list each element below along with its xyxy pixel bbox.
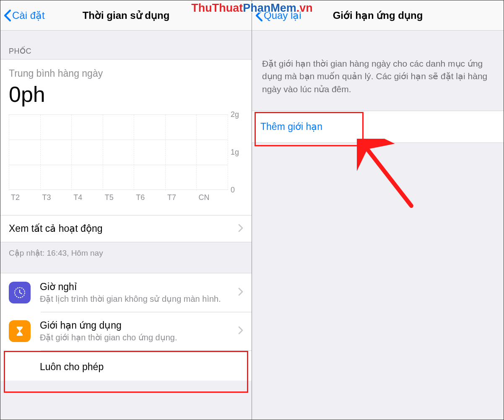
back-button[interactable]: Quay lại (255, 9, 301, 22)
chart-day-column: T5 (103, 115, 134, 190)
chart-day-label: T5 (105, 193, 114, 202)
view-all-activity-label: Xem tất cả hoạt động (9, 223, 238, 234)
chart-day-column: T2 (9, 115, 40, 190)
back-button[interactable]: Cài đặt (4, 9, 45, 22)
chart-y-tick: 0 (231, 186, 235, 194)
updated-label: Cập nhật: 16:43, Hôm nay (0, 242, 252, 264)
view-all-activity-row[interactable]: Xem tất cả hoạt động (0, 215, 252, 242)
chart-day-column: CN (196, 115, 228, 190)
chevron-right-icon (238, 326, 243, 336)
chart-day-column: T4 (71, 115, 103, 190)
svg-line-1 (367, 149, 411, 206)
section-header: PHỐC (0, 31, 252, 59)
chart-day-label: T3 (42, 193, 51, 202)
chevron-left-icon (255, 9, 263, 22)
chevron-right-icon (238, 288, 243, 298)
chart-y-tick: 1g (231, 148, 239, 157)
downtime-title: Giờ nghỉ (40, 281, 238, 293)
daily-average-value: 0ph (9, 82, 243, 107)
app-limits-description: Đặt giới hạn thời gian hàng ngày cho các… (252, 31, 504, 111)
chart-day-column: T3 (40, 115, 72, 190)
downtime-sub: Đặt lịch trình thời gian không sử dụng m… (40, 293, 238, 304)
chevron-right-icon (238, 224, 243, 234)
chevron-left-icon (4, 9, 11, 22)
navbar: Quay lại Giới hạn ứng dụng (252, 0, 504, 31)
navbar: Cài đặt Thời gian sử dụng (0, 0, 252, 31)
add-limit-row[interactable]: Thêm giới hạn (252, 111, 504, 143)
chart-day-column: T6 (134, 115, 165, 190)
always-allowed-row[interactable]: Luôn cho phép (0, 350, 252, 381)
usage-bar-chart: T2T3T4T5T6T7CN 01g2g (0, 114, 252, 198)
chart-day-label: CN (198, 193, 209, 202)
app-limits-row[interactable]: Giới hạn ứng dụng Đặt giới hạn thời gian… (0, 312, 252, 350)
usage-card: Trung bình hàng ngày 0ph T2T3T4T5T6T7CN … (0, 59, 252, 242)
chart-day-label: T6 (136, 193, 145, 202)
always-allowed-title: Luôn cho phép (40, 361, 243, 373)
annotation-arrow (357, 139, 420, 214)
back-label: Cài đặt (12, 10, 45, 21)
app-limits-title: Giới hạn ứng dụng (40, 320, 238, 331)
app-limits-screen: Quay lại Giới hạn ứng dụng Đặt giới hạn … (252, 0, 504, 420)
screen-time-screen: Cài đặt Thời gian sử dụng PHỐC Trung bìn… (0, 0, 252, 420)
add-limit-label: Thêm giới hạn (260, 121, 322, 132)
chart-day-label: T7 (167, 193, 176, 202)
downtime-row[interactable]: Giờ nghỉ Đặt lịch trình thời gian không … (0, 273, 252, 312)
chart-y-tick: 2g (231, 110, 239, 119)
back-label: Quay lại (264, 10, 301, 21)
daily-average-label: Trung bình hàng ngày (9, 68, 243, 79)
hourglass-icon (9, 320, 31, 342)
chart-day-label: T2 (11, 193, 20, 202)
app-limits-sub: Đặt giới hạn thời gian cho ứng dụng. (40, 332, 238, 343)
chart-day-label: T4 (73, 193, 82, 202)
downtime-icon (9, 282, 31, 303)
chart-day-column: T7 (165, 115, 197, 190)
